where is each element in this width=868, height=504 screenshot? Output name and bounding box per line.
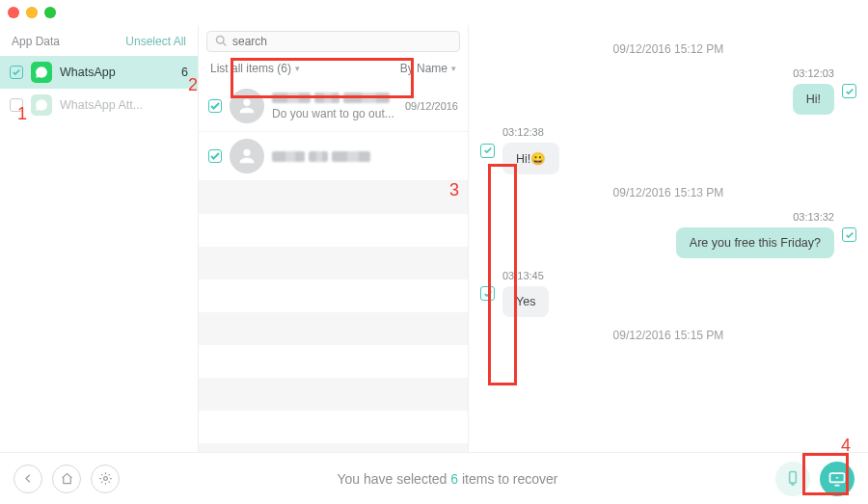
message-time: 03:13:32 <box>793 211 834 223</box>
sidebar-item-label: WhatsApp Att... <box>60 98 188 112</box>
empty-list-area <box>199 181 468 452</box>
message-bubble-outgoing[interactable]: Hi! <box>793 84 834 115</box>
message-checkbox[interactable] <box>842 227 856 242</box>
whatsapp-attachment-icon <box>31 94 52 116</box>
message-time: 03:12:38 <box>502 126 544 138</box>
whatsapp-icon <box>31 62 52 83</box>
message-bubble-incoming[interactable]: Yes <box>502 286 549 317</box>
svg-point-0 <box>217 37 225 44</box>
chevron-down-icon: ▾ <box>295 64 300 73</box>
export-to-computer-button[interactable] <box>820 462 854 496</box>
message-checkbox[interactable] <box>842 84 856 98</box>
avatar-icon <box>230 139 264 173</box>
conversation-preview: Do you want to go out... <box>272 107 399 120</box>
minimize-window-button[interactable] <box>26 7 38 18</box>
message-checkbox[interactable] <box>480 286 495 301</box>
message-time: 03:12:03 <box>793 67 834 79</box>
avatar-icon <box>230 89 264 123</box>
chat-panel: 09/12/2016 15:12 PM 03:12:03 Hi! 03:12:3… <box>469 25 868 452</box>
settings-button[interactable] <box>91 464 120 493</box>
checkbox-icon[interactable] <box>208 99 222 113</box>
conversation-item[interactable]: Do you want to go out... 09/12/2016 <box>199 81 468 131</box>
export-to-device-button[interactable] <box>775 462 810 496</box>
message-row: 03:12:38 Hi!😀 <box>480 126 856 174</box>
date-separator: 09/12/2016 15:12 PM <box>480 42 856 56</box>
sidebar-header-label: App Data <box>12 35 60 48</box>
sidebar-item-count: 6 <box>181 66 188 79</box>
sidebar-item-whatsapp[interactable]: WhatsApp 6 <box>0 56 198 89</box>
unselect-all-link[interactable]: Unselect All <box>125 35 186 48</box>
filter-list-dropdown[interactable]: List all items (6)▾ <box>210 62 300 75</box>
conversation-list-panel: List all items (6)▾ By Name▾ Do you want… <box>199 25 469 452</box>
sidebar-item-whatsapp-attachments[interactable]: WhatsApp Att... <box>0 89 198 121</box>
svg-rect-3 <box>790 471 797 483</box>
conversation-date: 09/12/2016 <box>405 100 458 112</box>
chevron-down-icon: ▾ <box>451 64 456 73</box>
search-input[interactable] <box>206 31 460 52</box>
message-row: 03:13:45 Yes <box>480 270 856 317</box>
svg-line-1 <box>223 42 226 45</box>
sidebar-app-data: App Data Unselect All WhatsApp 6 WhatsAp… <box>0 25 199 452</box>
conversation-item[interactable] <box>199 131 468 181</box>
checkbox-icon[interactable] <box>10 66 23 79</box>
message-row: 03:13:32 Are you free this Friday? <box>480 211 856 258</box>
search-icon <box>215 33 227 50</box>
sidebar-item-label: WhatsApp <box>60 66 181 79</box>
message-row: 03:12:03 Hi! <box>480 67 856 115</box>
message-checkbox[interactable] <box>480 144 495 158</box>
sort-by-dropdown[interactable]: By Name▾ <box>400 62 456 75</box>
close-window-button[interactable] <box>8 7 19 18</box>
selection-status: You have selected 6 items to recover <box>129 471 766 487</box>
message-time: 03:13:45 <box>502 270 544 281</box>
home-button[interactable] <box>52 464 81 493</box>
message-bubble-outgoing[interactable]: Are you free this Friday? <box>676 227 834 258</box>
date-separator: 09/12/2016 15:15 PM <box>480 329 856 342</box>
checkbox-icon[interactable] <box>10 98 23 112</box>
checkbox-icon[interactable] <box>208 149 222 163</box>
back-button[interactable] <box>14 464 42 493</box>
message-bubble-incoming[interactable]: Hi!😀 <box>502 143 559 174</box>
date-separator: 09/12/2016 15:13 PM <box>480 186 856 199</box>
window-titlebar <box>0 0 868 25</box>
footer-bar: You have selected 6 items to recover <box>0 452 868 504</box>
maximize-window-button[interactable] <box>44 7 56 18</box>
svg-point-2 <box>103 477 107 481</box>
